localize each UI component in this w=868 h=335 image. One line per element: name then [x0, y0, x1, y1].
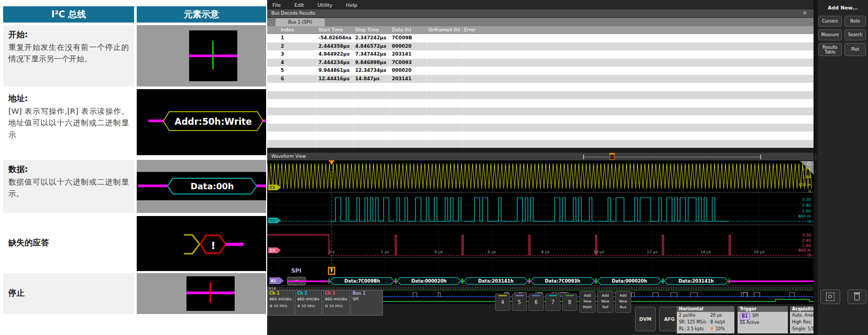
data-frame-hexagon: Data:00h	[167, 178, 257, 194]
channel-bandwidth: ⚙ 50 MHz	[269, 305, 292, 309]
decode-cell: 203141	[392, 76, 412, 81]
trigger-title: Trigger	[738, 306, 788, 312]
doc-title-address: 地址:	[8, 93, 129, 104]
trigger-pos-icon: ▼	[710, 326, 713, 332]
trigger-position-icon[interactable]	[328, 160, 335, 165]
add-new-label-line: New	[616, 299, 631, 305]
frame-boundary-tick	[328, 278, 329, 284]
channel-4-button[interactable]: 4	[495, 294, 510, 311]
add-results-table-button[interactable]: Results Table	[818, 43, 842, 56]
trash-button[interactable]	[848, 289, 866, 304]
channel-bandwidth: ⚙ 50 MHz	[325, 305, 348, 309]
data-symbol-graphic: Data:00h	[137, 160, 266, 213]
pan-zoom-trigger-marker[interactable]: U	[610, 154, 614, 160]
channel-name: Ch 1	[269, 291, 292, 296]
decode-cell: 9.944861µs	[318, 68, 349, 73]
trigger-t-marker[interactable]: T	[328, 267, 335, 275]
decode-close-icon[interactable]: ×	[803, 10, 807, 16]
decode-tab-bus1[interactable]: Bus 1 (SPI)	[276, 18, 325, 26]
channel-badge-ch3[interactable]: Ch 3460 mV/div⚙ 50 MHz	[323, 290, 350, 316]
channel-badge-ch2[interactable]: Ch 2460 mV/div⚙ 50 MHz	[295, 290, 322, 316]
start-marker-line	[212, 41, 214, 69]
bus-frame-label: Data:7C009Bh	[331, 278, 394, 284]
decode-col-header[interactable]: Error	[464, 27, 476, 33]
waveform-titlebar: Waveform View U	[267, 152, 814, 160]
decode-row	[267, 124, 814, 132]
zoom-box-magnifier-icon	[828, 295, 832, 298]
horizontal-title: Horizontal	[677, 306, 734, 312]
add-new-ref-button[interactable]: AddNewRef	[597, 291, 613, 313]
missing-ack-shapes: !	[179, 233, 247, 255]
time-axis-label: 12 µs	[641, 250, 664, 254]
channel-badge-bus1[interactable]: Bus 1SPI	[350, 290, 383, 316]
decode-cell: 2.444358µs	[318, 44, 349, 49]
missing-ack-exclamation: !	[211, 239, 215, 252]
add-cursors-button[interactable]: Cursors	[818, 16, 842, 27]
menu-file[interactable]: File	[272, 1, 281, 9]
time-axis-label: 16 µs	[748, 250, 771, 254]
add-new-math-button[interactable]: AddNewMath	[579, 291, 596, 313]
zoom-box-button[interactable]	[820, 289, 840, 304]
decode-col-header[interactable]: Start Time	[318, 27, 343, 33]
add-new-bus-button[interactable]: AddNewBus	[615, 291, 631, 313]
bus-frame[interactable]: Data:7C009Bh	[330, 277, 394, 285]
channel-7-button[interactable]: 7	[545, 294, 561, 311]
channel-color-bar	[549, 295, 557, 296]
menu-edit[interactable]: Edit	[294, 1, 304, 9]
channel-5-button[interactable]: 5	[512, 294, 527, 311]
divider-grip-icon[interactable]: ⋮⋮	[814, 155, 818, 159]
bus-spi-label: SPI	[291, 267, 301, 274]
add-note-button[interactable]: Note	[844, 16, 866, 27]
channel-color-bar	[515, 295, 523, 296]
add-measure-button[interactable]: Measure	[818, 29, 842, 40]
decode-col-header[interactable]: Data (h)	[392, 27, 411, 33]
channel-8-button[interactable]: 8	[562, 294, 577, 311]
channel-scale: 460 mV/div	[269, 297, 292, 301]
channel-scale: 460 mV/div	[297, 297, 320, 301]
pan-zoom-left-end	[583, 155, 584, 159]
decode-row[interactable]: 59.944861µs12.34734µs000020	[267, 67, 814, 75]
decode-row[interactable]: 22.444358µs4.846572µs000020	[267, 42, 814, 51]
address-frame-hexagon: Addr:50h:Write	[163, 111, 263, 131]
start-symbol-graphic	[137, 25, 266, 87]
decode-row[interactable]: 34.944922µs7.347442µs203141	[267, 50, 814, 59]
doc-title-stop: 停止	[8, 288, 25, 299]
menu-help[interactable]: Help	[346, 1, 357, 9]
doc-row-data: 数据: 数据值可以以十六进制或二进制显示。	[3, 160, 134, 213]
bus-frame[interactable]: Data:000020h	[397, 277, 462, 285]
horizontal-rl: RL: 2.5 kpts	[679, 326, 704, 332]
decode-cell: 7C0093	[392, 60, 412, 65]
trigger-source-badge: B1	[740, 313, 750, 320]
decode-row[interactable]: 47.444234µs9.846898µs7C0093	[267, 59, 814, 67]
decode-row	[267, 99, 814, 107]
channel-name: Ch 3	[325, 291, 348, 296]
dvm-button[interactable]: DVM	[635, 307, 656, 331]
bus-frame[interactable]: Data:203141h	[664, 277, 729, 285]
decode-row[interactable]: 612.44416µs14.847µs203141	[267, 75, 814, 83]
decode-col-header[interactable]: Index	[281, 27, 294, 33]
bus-frame[interactable]: Data:203141h	[464, 277, 528, 285]
horizontal-trigpos: 10%	[716, 326, 725, 332]
add-search-button[interactable]: Search	[844, 29, 866, 40]
scale-label: 1.84	[790, 175, 811, 179]
decode-cell: 7.444234µs	[318, 60, 349, 65]
add-plot-button[interactable]: Plot	[844, 43, 866, 56]
channel-6-button[interactable]: 6	[529, 294, 544, 311]
decode-col-header[interactable]: Stop Time	[355, 27, 379, 33]
decode-col-header[interactable]: Unframed (h)	[428, 27, 460, 33]
time-axis-label: 0 s	[320, 250, 343, 254]
doc-title-data: 数据:	[8, 164, 129, 175]
menu-utility[interactable]: Utility	[317, 1, 332, 9]
bus-frame[interactable]: Data:000020h	[597, 277, 662, 285]
decode-row[interactable]: 1-54.82604ns2.347242µs7C009B	[267, 34, 814, 42]
decode-cell: 4	[281, 60, 284, 65]
address-symbol-graphic: Addr:50h:Write	[137, 89, 266, 155]
trigger-panel[interactable]: Trigger B1 SPI SS Active	[738, 306, 788, 334]
doc-header-element: 元素示意	[137, 6, 266, 23]
horizontal-panel[interactable]: Horizontal 2 µs/div 20 µs SR: 125 MS/s 8…	[677, 306, 734, 334]
panel-divider[interactable]: ⋮⋮	[814, 0, 818, 335]
scale-label: 800 m	[790, 214, 811, 219]
doc-header-i2c-bus: I²C 总线	[3, 6, 134, 23]
bus-frame[interactable]: Data:7C0093h	[531, 277, 595, 285]
channel-badge-ch1[interactable]: Ch 1460 mV/div⚙ 50 MHz	[267, 290, 294, 316]
